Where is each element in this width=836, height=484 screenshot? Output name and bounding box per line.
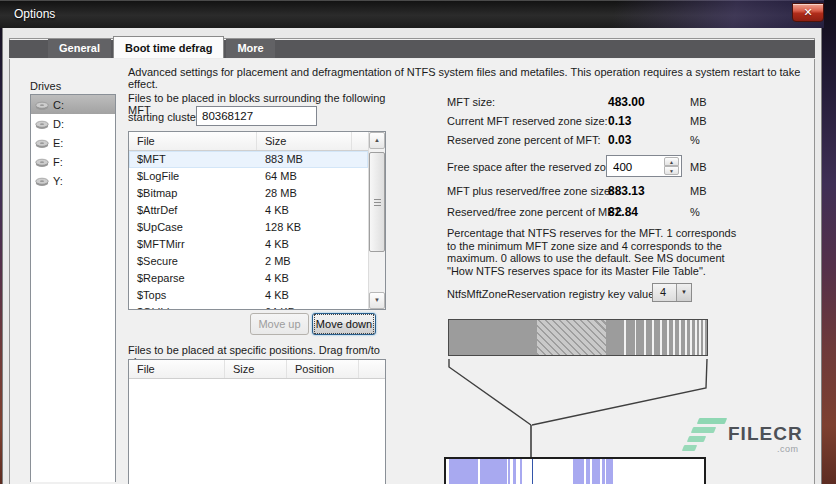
cell-size: 883 MB [257,151,352,168]
free-space-spinner: ▲ ▼ [664,157,680,175]
chevron-down-icon: ▼ [676,284,691,301]
table-row[interactable]: $MFT883 MB [129,151,368,168]
stat-row: MFT size:483.00MB [447,96,747,115]
screenshot-root: Options ✕ General Boot time defrag More … [0,0,836,484]
stat-unit: MB [690,115,707,127]
stat-label: MFT size: [447,96,495,108]
zone-divider-line [679,320,681,355]
stat-row: Reserved/free zone percent of MFT:82.84% [447,206,747,227]
close-button[interactable]: ✕ [792,3,824,22]
table-row[interactable]: $Bitmap28 MB [129,185,368,202]
hard-disk-icon [35,137,49,149]
stat-row: MFT plus reserved/free zone size:883.13M… [447,185,747,206]
watermark-brand: FILECR [728,423,803,445]
stat-unit: % [690,134,700,146]
starting-cluster-input[interactable] [196,106,317,126]
drive-item[interactable]: E: [31,133,115,152]
stat-value: 82.84 [608,205,638,219]
table-row[interactable]: $LogFile64 MB [129,168,368,185]
drive-item[interactable]: Y: [31,171,115,190]
mft-files-table-header: File Size [129,132,385,151]
window-title: Options [14,0,55,28]
triangle-down-icon: ▼ [669,168,674,174]
stat-label: Reserved/free zone percent of MFT: [447,206,622,218]
scrollbar-grip-icon [374,199,381,206]
cell-size: 4 KB [257,236,352,253]
drive-item[interactable]: C: [31,95,115,114]
disk-map-stripe [592,459,600,484]
drive-label: D: [53,118,64,130]
titlebar-glow [524,0,824,28]
disk-map-stripe [586,459,590,484]
disk-map-stripe [449,459,479,484]
registry-select[interactable]: 4 ▼ [652,283,692,302]
spin-down-button[interactable]: ▼ [664,166,679,175]
drive-item[interactable]: F: [31,152,115,171]
cell-size: 64 MB [257,168,352,185]
zone-divider-line [695,320,697,355]
cell-size: 4 KB [257,202,352,219]
stat-value: 0.13 [608,114,631,128]
free-space-label: Free space after the reserved zone: [447,161,621,173]
tab-description: Advanced settings for placement and defr… [128,66,818,90]
table-row[interactable]: $AttrDef4 KB [129,202,368,219]
move-up-button[interactable]: Move up [250,313,309,335]
column-header-size[interactable]: Size [225,360,287,378]
stat-unit: % [690,206,700,218]
stat-unit: MB [690,96,707,108]
table-row[interactable]: $Reparse4 KB [129,270,368,287]
column-header-file[interactable]: File [129,132,257,150]
table-row[interactable]: $ObjId64 KB [129,304,368,309]
cell-file: $Secure [129,253,257,270]
free-space-field: ▲ ▼ [606,155,682,177]
zone-divider-line [673,320,675,355]
scroll-up-button[interactable]: ▲ [369,132,385,149]
vertical-scrollbar[interactable]: ▲ ▼ [368,132,385,309]
column-header-size[interactable]: Size [257,132,352,150]
mft-stats-top: MFT size:483.00MBCurrent MFT reserved zo… [447,96,747,153]
tab-general[interactable]: General [48,39,111,58]
drives-label: Drives [30,80,61,92]
table-row[interactable]: $MFTMirr4 KB [129,236,368,253]
zone-divider-line [660,320,662,355]
disk-map-stripe [480,459,507,484]
watermark-suffix: .com [777,444,799,454]
free-space-input[interactable] [607,156,663,176]
zone-divider-line [635,320,637,355]
hard-disk-icon [35,99,49,111]
spin-up-button[interactable]: ▲ [664,157,679,166]
free-space-unit: MB [690,161,707,173]
cell-size: 4 KB [257,270,352,287]
drive-label: C: [53,99,64,111]
table-row[interactable]: $Tops4 KB [129,287,368,304]
cell-file: $UpCase [129,219,257,236]
stat-row: Current MFT reserved zone size:0.13MB [447,115,747,134]
drives-list: C:D:E:F:Y: [30,94,116,482]
tab-boot-time-defrag[interactable]: Boot time defrag [113,36,224,58]
cell-file: $AttrDef [129,202,257,219]
column-header-file[interactable]: File [129,360,225,378]
disk-map-stripe [508,459,510,484]
positions-table: File Size Position [128,359,386,484]
table-row[interactable]: $UpCase128 KB [129,219,368,236]
tab-more[interactable]: More [226,39,274,58]
drive-label: E: [53,137,63,149]
stat-row: Reserved zone percent of MFT:0.03% [447,134,747,153]
registry-key-label: NtfsMftZoneReservation registry key valu… [447,288,657,300]
window-titlebar[interactable]: Options ✕ [0,0,824,28]
hard-disk-icon [35,156,49,168]
cell-file: $MFT [129,151,257,168]
tab-strip: General Boot time defrag More [9,40,815,59]
cell-file: $ObjId [129,304,257,309]
move-down-button[interactable]: Move down [312,313,376,335]
disk-cluster-map [444,457,706,484]
drive-item[interactable]: D: [31,114,115,133]
table-row[interactable]: $Secure2 MB [129,253,368,270]
cell-file: $Tops [129,287,257,304]
scroll-down-button[interactable]: ▼ [369,292,385,309]
reserved-zone-hatch-segment [537,320,607,355]
triangle-up-icon: ▲ [374,137,380,143]
cell-size: 128 KB [257,219,352,236]
column-header-position[interactable]: Position [287,360,359,378]
scrollbar-thumb[interactable] [369,152,385,252]
